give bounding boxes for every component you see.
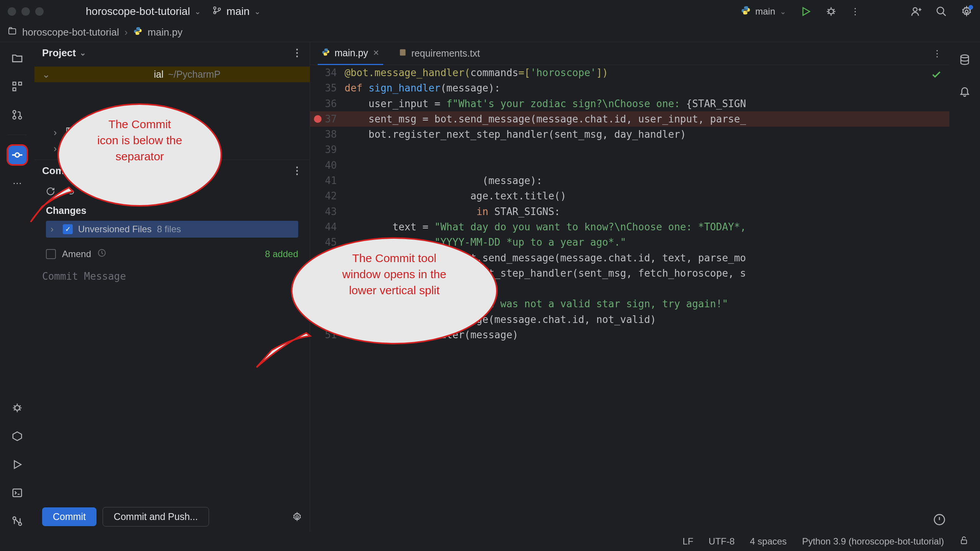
run-config-selector[interactable]: main ⌄: [741, 5, 786, 18]
line-number: 39: [310, 142, 345, 157]
project-tool-button[interactable]: [7, 47, 28, 69]
settings-icon[interactable]: [961, 6, 972, 17]
changes-heading: Changes: [46, 205, 298, 216]
svg-rect-11: [13, 88, 16, 91]
svg-rect-19: [13, 489, 22, 497]
svg-point-5: [913, 8, 917, 11]
code-line[interactable]: 39: [310, 142, 949, 157]
commit-button[interactable]: Commit: [42, 507, 96, 526]
commit-settings-icon[interactable]: [292, 512, 302, 522]
tab-main-py[interactable]: main.py ✕: [318, 42, 383, 65]
search-icon[interactable]: [936, 6, 947, 17]
chevron-down-icon: ⌄: [254, 7, 261, 16]
indent-setting[interactable]: 4 spaces: [750, 536, 787, 547]
commit-tool-button[interactable]: [7, 144, 28, 166]
python-interpreter[interactable]: Python 3.9 (horoscope-bot-tutorial): [802, 536, 944, 547]
code-text: in STAR_SIGNS:: [345, 204, 949, 219]
breadcrumb-file[interactable]: main.py: [148, 26, 183, 38]
svg-rect-10: [19, 82, 22, 85]
tab-requirements[interactable]: requirements.txt: [395, 42, 484, 64]
amend-checkbox[interactable]: [46, 249, 56, 259]
code-line[interactable]: 44 text = "What day do you want to know?…: [310, 219, 949, 235]
git-tool-button[interactable]: [7, 510, 28, 532]
more-menu-icon[interactable]: ⋮: [851, 6, 860, 17]
breakpoint-icon[interactable]: [314, 115, 322, 123]
left-toolbar: ⋯: [0, 42, 34, 532]
svg-point-13: [13, 116, 16, 119]
python-icon: [133, 26, 142, 38]
svg-rect-9: [13, 82, 16, 85]
minimize-window-icon[interactable]: [21, 7, 30, 16]
run-tool-button[interactable]: [7, 454, 28, 475]
terminal-tool-button[interactable]: [7, 482, 28, 504]
file-encoding[interactable]: UTF-8: [709, 536, 735, 547]
svg-point-14: [19, 116, 22, 119]
tree-row-root[interactable]: ⌄ xxxxxxxxxxxxxxxxxxxx ial ~/PycharmP: [34, 67, 310, 82]
branch-selector[interactable]: main ⌄: [212, 5, 261, 18]
chevron-down-icon[interactable]: ⌄: [80, 48, 86, 57]
toolbar-separator: [8, 135, 27, 135]
code-line[interactable]: 43 in STAR_SIGNS:: [310, 204, 949, 219]
debug-button[interactable]: [825, 6, 837, 17]
python-packages-tool-button[interactable]: [7, 425, 28, 447]
window-controls: [8, 7, 44, 16]
project-folder-icon: [8, 26, 17, 38]
history-icon[interactable]: [97, 248, 106, 260]
database-tool-button[interactable]: [954, 49, 975, 70]
project-selector[interactable]: horoscope-bot-tutorial ⌄: [86, 5, 201, 18]
pull-requests-tool-button[interactable]: [7, 104, 28, 126]
code-text: sent_msg = bot.send_message(message.chat…: [345, 111, 949, 127]
code-line[interactable]: 40: [310, 158, 949, 173]
commit-and-push-button[interactable]: Commit and Push...: [103, 507, 209, 527]
unversioned-files-row[interactable]: › ✓ Unversioned Files 8 files: [46, 221, 298, 238]
commit-message-input[interactable]: Commit Message: [34, 267, 310, 502]
svg-rect-8: [9, 29, 16, 34]
problems-indicator-icon[interactable]: [933, 514, 946, 528]
svg-rect-29: [400, 49, 405, 56]
breadcrumb-root[interactable]: horoscope-bot-tutorial: [22, 26, 119, 38]
tab-options-icon[interactable]: ⋮: [933, 48, 949, 59]
annotation-callout-2: The Commit tool window opens in the lowe…: [291, 237, 498, 344]
callout-text: lower vertical split: [308, 282, 481, 298]
structure-tool-button[interactable]: [7, 76, 28, 97]
code-with-me-icon[interactable]: [910, 6, 922, 17]
code-line[interactable]: 37 sent_msg = bot.send_message(message.c…: [310, 111, 949, 127]
right-toolbar: [949, 42, 980, 532]
panel-options-icon[interactable]: ⋮: [292, 47, 302, 59]
code-text: def sign_handler(message):: [345, 80, 949, 96]
line-number: 35: [310, 80, 345, 96]
line-number: 43: [310, 204, 345, 219]
close-window-icon[interactable]: [8, 7, 16, 16]
svg-marker-18: [15, 461, 21, 468]
annotation-callout-1: The Commit icon is below the separator: [57, 103, 222, 207]
svg-marker-17: [13, 432, 22, 441]
callout-tail-icon: [23, 184, 77, 230]
debug-tool-button[interactable]: [7, 397, 28, 419]
svg-point-7: [965, 10, 968, 13]
code-line[interactable]: 38 bot.register_next_step_handler(sent_m…: [310, 127, 949, 142]
inspection-ok-icon[interactable]: [931, 69, 942, 84]
lock-icon[interactable]: [959, 536, 969, 547]
svg-point-0: [214, 7, 216, 9]
maximize-window-icon[interactable]: [35, 7, 44, 16]
svg-point-4: [829, 9, 834, 14]
panel-options-icon[interactable]: ⋮: [292, 165, 302, 177]
code-line[interactable]: 41 (message):: [310, 173, 949, 188]
project-panel-title: Project: [42, 47, 76, 59]
code-line[interactable]: 34@bot.message_handler(commands=['horosc…: [310, 65, 949, 80]
run-button[interactable]: [800, 6, 812, 17]
line-ending[interactable]: LF: [683, 536, 693, 547]
added-count: 8 added: [265, 249, 298, 259]
callout-text: icon is below the: [74, 132, 205, 148]
line-number: 40: [310, 158, 345, 173]
code-line[interactable]: 35def sign_handler(message):: [310, 80, 949, 96]
svg-point-2: [218, 8, 220, 10]
code-text: @bot.message_handler(commands=['horoscop…: [345, 65, 949, 80]
unversioned-label: Unversioned Files: [78, 224, 152, 235]
callout-text: separator: [74, 148, 205, 165]
notifications-tool-button[interactable]: [954, 80, 975, 102]
code-line[interactable]: 36 user_input = f"What's your zodiac sig…: [310, 96, 949, 111]
close-tab-icon[interactable]: ✕: [373, 48, 379, 57]
code-text: (message):: [345, 173, 949, 188]
code-line[interactable]: 42 age.text.title(): [310, 188, 949, 204]
